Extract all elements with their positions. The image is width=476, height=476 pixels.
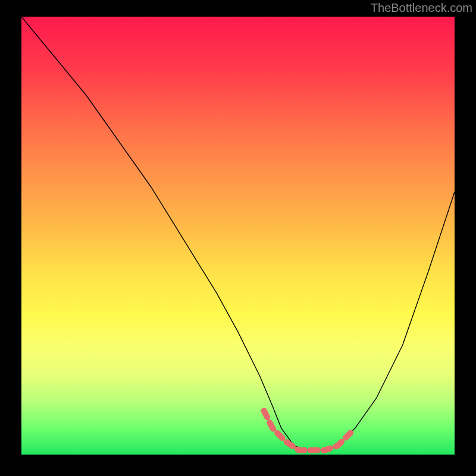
chart-svg xyxy=(21,17,455,455)
chart-area xyxy=(21,17,455,455)
watermark: TheBottleneck.com xyxy=(371,1,472,15)
bottleneck-curve xyxy=(21,17,455,450)
